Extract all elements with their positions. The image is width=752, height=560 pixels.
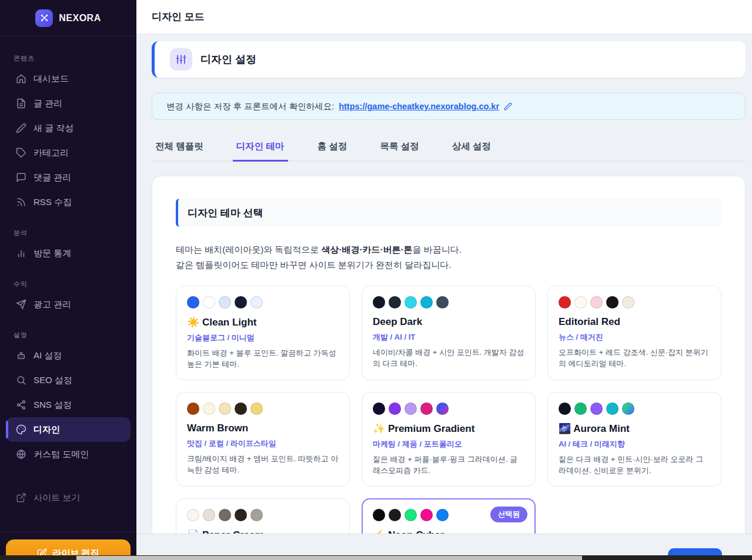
home-icon (16, 73, 26, 84)
tab-list-settings[interactable]: 목록 설정 (376, 134, 422, 162)
theme-description: 짙은 다크 배경 + 민트·시안·보라 오로라 그라데이션. 신비로운 분위기. (559, 454, 710, 476)
nav-section-settings: 설정 (0, 326, 136, 343)
nexora-logo-icon (35, 9, 53, 27)
sidebar-nav: 콘텐츠 대시보드 글 관리 새 글 작성 카테고리 댓글 관리 RSS 수집 분… (0, 36, 136, 510)
tab-detail-settings[interactable]: 상세 설정 (449, 134, 494, 162)
sidebar-item-categories[interactable]: 카테고리 (0, 140, 136, 165)
sliders-icon (170, 48, 192, 71)
theme-name: 🌌 Aurora Mint (559, 422, 710, 435)
theme-card-clean-light[interactable]: ☀️ Clean Light 기술블로그 / 미니멀 화이트 배경 + 블루 포… (176, 286, 350, 380)
nav-section-analytics: 분석 (0, 224, 136, 241)
sidebar-item-design[interactable]: 디자인 (6, 417, 131, 442)
sidebar-item-rss[interactable]: RSS 수집 (0, 190, 136, 214)
theme-tags: 기술블로그 / 미니멀 (187, 333, 339, 343)
theme-tags: AI / 테크 / 미래지향 (559, 439, 710, 450)
external-link-icon (16, 492, 26, 503)
sidebar-item-seo-settings[interactable]: SEO 설정 (0, 368, 136, 393)
nav-section-content: 콘텐츠 (0, 49, 136, 66)
theme-name: Warm Brown (187, 422, 339, 434)
share-icon (16, 400, 26, 410)
theme-card-warm-brown[interactable]: Warm Brown 맛집 / 로컬 / 라이프스타일 크림/베이지 배경 + … (176, 392, 350, 487)
main-content: 디자인 설정 변경 사항은 저장 후 프론트에서 확인하세요: https://… (136, 34, 752, 560)
color-swatches (559, 403, 710, 415)
theme-name: ✨ Premium Gradient (373, 422, 524, 435)
tag-icon (16, 147, 26, 158)
settings-tabs: 전체 템플릿 디자인 테마 홈 설정 목록 설정 상세 설정 (152, 134, 746, 162)
theme-name: Deep Dark (373, 316, 524, 328)
selected-badge: 선택됨 (490, 507, 528, 522)
theme-tags: 맛집 / 로컬 / 라이프스타일 (187, 438, 339, 449)
theme-tags: 뉴스 / 매거진 (559, 332, 710, 343)
theme-card-editorial-red[interactable]: Editorial Red 뉴스 / 매거진 오프화이트 + 레드 강조색. 신… (547, 286, 721, 380)
palette-icon (16, 424, 26, 435)
color-swatches (373, 296, 524, 308)
sidebar-item-visit-stats[interactable]: 방문 통계 (0, 241, 136, 266)
color-swatches (559, 296, 710, 308)
color-swatches (187, 509, 339, 521)
theme-card-aurora-mint[interactable]: 🌌 Aurora Mint AI / 테크 / 미래지향 짙은 다크 배경 + … (547, 392, 721, 487)
sidebar-item-sns-settings[interactable]: SNS 설정 (0, 393, 136, 417)
pencil-icon (16, 123, 26, 133)
brand: NEXORA (0, 0, 136, 36)
color-swatches (373, 403, 524, 415)
bar-chart-icon (16, 248, 26, 259)
globe-icon (16, 449, 26, 460)
theme-section-header: 디자인 테마 선택 (176, 199, 721, 227)
theme-card-premium-gradient[interactable]: ✨ Premium Gradient 마케팅 / 제품 / 포트폴리오 짙은 배… (362, 392, 536, 487)
brand-name: NEXORA (59, 13, 101, 24)
design-settings-panel: 디자인 설정 (152, 41, 746, 78)
tab-design-theme[interactable]: 디자인 테마 (233, 134, 288, 162)
theme-grid: ☀️ Clean Light 기술블로그 / 미니멀 화이트 배경 + 블루 포… (176, 286, 721, 560)
sidebar-item-posts[interactable]: 글 관리 (0, 91, 136, 116)
theme-name: ☀️ Clean Light (187, 316, 339, 328)
banner-text: 변경 사항은 저장 후 프론트에서 확인하세요: (166, 101, 334, 112)
sidebar-item-view-site[interactable]: 사이트 보기 (0, 485, 136, 510)
document-icon (16, 98, 26, 109)
info-banner: 변경 사항은 저장 후 프론트에서 확인하세요: https://game-ch… (152, 93, 746, 120)
color-swatches (187, 296, 339, 308)
robot-icon (16, 350, 26, 361)
nav-section-revenue: 수익 (0, 275, 136, 292)
theme-description: 네이비/차콜 배경 + 시안 포인트. 개발자 감성의 다크 테마. (373, 347, 524, 369)
site-link[interactable]: https://game-cheatkey.nexorablog.co.kr (339, 102, 499, 111)
top-bar: 디자인 모드 (136, 0, 752, 34)
search-icon (16, 375, 26, 385)
sidebar-item-ai-settings[interactable]: AI 설정 (0, 343, 136, 368)
theme-description: 크림/베이지 배경 + 앰버 포인트. 따뜻하고 아늑한 감성 테마. (187, 453, 339, 475)
sidebar-item-ads[interactable]: 광고 관리 (0, 292, 136, 317)
theme-description: 오프화이트 + 레드 강조색. 신문·잡지 분위기의 에디토리얼 테마. (559, 347, 710, 369)
sidebar: NEXORA 콘텐츠 대시보드 글 관리 새 글 작성 카테고리 댓글 관리 R… (0, 0, 136, 560)
tab-all-templates[interactable]: 전체 템플릿 (152, 134, 207, 162)
page-title: 디자인 모드 (152, 10, 205, 24)
theme-description: 화이트 배경 + 블루 포인트. 깔끔하고 가독성 높은 기본 테마. (187, 347, 339, 370)
theme-tags: 개발 / AI / IT (373, 332, 524, 343)
theme-tags: 마케팅 / 제품 / 포트폴리오 (373, 439, 524, 450)
color-swatches (187, 403, 339, 415)
sidebar-item-custom-domain[interactable]: 커스텀 도메인 (0, 442, 136, 467)
theme-card-deep-dark[interactable]: Deep Dark 개발 / AI / IT 네이비/차콜 배경 + 시안 포인… (362, 286, 536, 380)
theme-select-card: 디자인 테마 선택 테마는 배치(레이아웃)와 독립적으로 색상·배경·카드·버… (152, 176, 746, 560)
sidebar-item-dashboard[interactable]: 대시보드 (0, 66, 136, 91)
sidebar-item-new-post[interactable]: 새 글 작성 (0, 116, 136, 140)
theme-description: 짙은 배경 + 퍼플·블루·핑크 그라데이션. 글래스모피즘 카드. (373, 454, 524, 476)
rss-icon (16, 197, 26, 207)
link-edit-pencil-icon[interactable] (504, 102, 512, 111)
send-icon (16, 299, 26, 310)
theme-name: Editorial Red (559, 316, 710, 328)
theme-section-description: 테마는 배치(레이아웃)와 독립적으로 색상·배경·카드·버튼·톤을 바꿉니다.… (176, 242, 721, 273)
panel-title: 디자인 설정 (200, 52, 256, 66)
comment-icon (16, 172, 26, 183)
theme-section-title: 디자인 테마 선택 (188, 206, 263, 220)
tab-home-settings[interactable]: 홈 설정 (314, 134, 351, 162)
sidebar-item-comments[interactable]: 댓글 관리 (0, 165, 136, 190)
bottom-edge-strip (0, 555, 752, 560)
taskbar-sliver (76, 556, 582, 560)
